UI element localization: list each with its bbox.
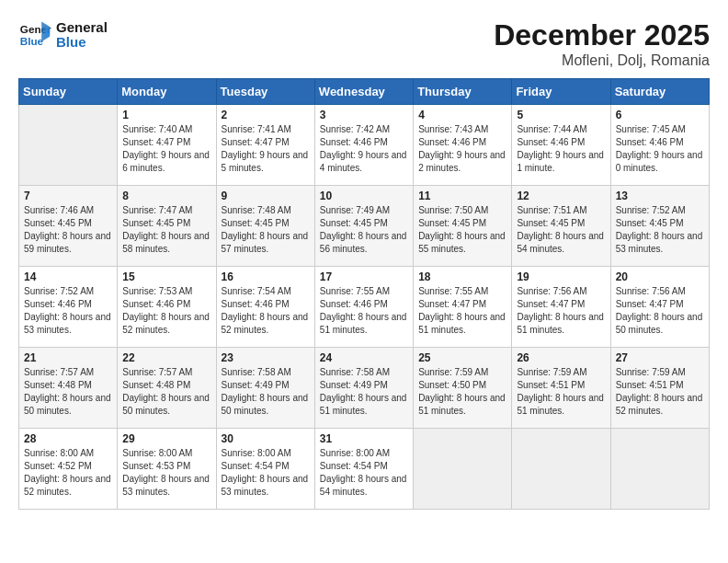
day-info: Sunrise: 7:44 AMSunset: 4:46 PMDaylight:…: [517, 123, 605, 175]
day-number: 17: [320, 270, 408, 283]
day-info: Sunrise: 7:40 AMSunset: 4:47 PMDaylight:…: [122, 123, 210, 175]
day-info: Sunrise: 7:58 AMSunset: 4:49 PMDaylight:…: [320, 366, 408, 418]
logo-line1: General: [56, 20, 108, 36]
day-number: 7: [24, 190, 112, 202]
calendar-cell: 13Sunrise: 7:52 AMSunset: 4:45 PMDayligh…: [610, 186, 709, 267]
calendar-week-row: 14Sunrise: 7:52 AMSunset: 4:46 PMDayligh…: [19, 267, 710, 348]
day-info: Sunrise: 7:57 AMSunset: 4:48 PMDaylight:…: [24, 366, 112, 418]
calendar-cell: 22Sunrise: 7:57 AMSunset: 4:48 PMDayligh…: [118, 348, 216, 429]
calendar-cell: [610, 429, 709, 510]
calendar-cell: 3Sunrise: 7:42 AMSunset: 4:46 PMDaylight…: [314, 105, 413, 186]
day-number: 29: [122, 432, 210, 445]
day-info: Sunrise: 7:50 AMSunset: 4:45 PMDaylight:…: [418, 204, 506, 256]
day-number: 15: [122, 270, 210, 283]
weekday-header: Monday: [118, 79, 216, 105]
calendar-cell: 7Sunrise: 7:46 AMSunset: 4:45 PMDaylight…: [19, 186, 118, 267]
calendar-cell: 25Sunrise: 7:59 AMSunset: 4:50 PMDayligh…: [414, 348, 512, 429]
calendar-cell: 5Sunrise: 7:44 AMSunset: 4:46 PMDaylight…: [512, 105, 610, 186]
day-number: 8: [122, 190, 210, 202]
title-block: December 2025 Mofleni, Dolj, Romania: [494, 18, 710, 69]
day-number: 19: [517, 270, 605, 283]
day-info: Sunrise: 7:48 AMSunset: 4:45 PMDaylight:…: [222, 204, 310, 256]
day-info: Sunrise: 7:52 AMSunset: 4:45 PMDaylight:…: [616, 204, 704, 256]
calendar-cell: 12Sunrise: 7:51 AMSunset: 4:45 PMDayligh…: [512, 186, 610, 267]
day-info: Sunrise: 7:55 AMSunset: 4:46 PMDaylight:…: [320, 285, 408, 337]
calendar-week-row: 28Sunrise: 8:00 AMSunset: 4:52 PMDayligh…: [19, 429, 710, 510]
calendar-cell: 21Sunrise: 7:57 AMSunset: 4:48 PMDayligh…: [19, 348, 118, 429]
month-title: December 2025: [494, 18, 710, 52]
day-info: Sunrise: 8:00 AMSunset: 4:54 PMDaylight:…: [320, 447, 408, 499]
logo: General Blue General Blue: [18, 18, 108, 52]
calendar-cell: 24Sunrise: 7:58 AMSunset: 4:49 PMDayligh…: [314, 348, 413, 429]
calendar-cell: 10Sunrise: 7:49 AMSunset: 4:45 PMDayligh…: [314, 186, 413, 267]
day-info: Sunrise: 7:56 AMSunset: 4:47 PMDaylight:…: [517, 285, 605, 337]
day-info: Sunrise: 7:49 AMSunset: 4:45 PMDaylight:…: [320, 204, 408, 256]
calendar-cell: [512, 429, 610, 510]
day-number: 21: [24, 351, 112, 364]
weekday-header: Saturday: [610, 79, 709, 105]
day-number: 24: [320, 351, 408, 364]
calendar-cell: 27Sunrise: 7:59 AMSunset: 4:51 PMDayligh…: [610, 348, 709, 429]
weekday-header-row: SundayMondayTuesdayWednesdayThursdayFrid…: [19, 79, 710, 105]
day-info: Sunrise: 8:00 AMSunset: 4:52 PMDaylight:…: [24, 447, 112, 499]
calendar-cell: 20Sunrise: 7:56 AMSunset: 4:47 PMDayligh…: [610, 267, 709, 348]
calendar-cell: 15Sunrise: 7:53 AMSunset: 4:46 PMDayligh…: [118, 267, 216, 348]
calendar-cell: 8Sunrise: 7:47 AMSunset: 4:45 PMDaylight…: [118, 186, 216, 267]
day-info: Sunrise: 7:45 AMSunset: 4:46 PMDaylight:…: [616, 123, 704, 175]
day-number: 18: [418, 270, 506, 283]
day-number: 30: [222, 432, 310, 445]
calendar-cell: 14Sunrise: 7:52 AMSunset: 4:46 PMDayligh…: [19, 267, 118, 348]
day-number: 22: [122, 351, 210, 364]
page-header: General Blue General Blue December 2025 …: [18, 18, 710, 69]
day-info: Sunrise: 7:52 AMSunset: 4:46 PMDaylight:…: [24, 285, 112, 337]
calendar-cell: 19Sunrise: 7:56 AMSunset: 4:47 PMDayligh…: [512, 267, 610, 348]
calendar-cell: 16Sunrise: 7:54 AMSunset: 4:46 PMDayligh…: [216, 267, 314, 348]
weekday-header: Thursday: [414, 79, 512, 105]
calendar-week-row: 21Sunrise: 7:57 AMSunset: 4:48 PMDayligh…: [19, 348, 710, 429]
calendar-cell: 30Sunrise: 8:00 AMSunset: 4:54 PMDayligh…: [216, 429, 314, 510]
day-number: 31: [320, 432, 408, 445]
day-info: Sunrise: 7:55 AMSunset: 4:47 PMDaylight:…: [418, 285, 506, 337]
day-info: Sunrise: 7:47 AMSunset: 4:45 PMDaylight:…: [122, 204, 210, 256]
calendar-cell: 23Sunrise: 7:58 AMSunset: 4:49 PMDayligh…: [216, 348, 314, 429]
calendar-cell: 6Sunrise: 7:45 AMSunset: 4:46 PMDaylight…: [610, 105, 709, 186]
day-number: 9: [222, 190, 310, 202]
calendar-cell: [19, 105, 118, 186]
logo-line2: Blue: [56, 35, 108, 51]
location: Mofleni, Dolj, Romania: [494, 52, 710, 69]
calendar-week-row: 7Sunrise: 7:46 AMSunset: 4:45 PMDaylight…: [19, 186, 710, 267]
calendar-cell: 2Sunrise: 7:41 AMSunset: 4:47 PMDaylight…: [216, 105, 314, 186]
calendar-cell: 9Sunrise: 7:48 AMSunset: 4:45 PMDaylight…: [216, 186, 314, 267]
weekday-header: Friday: [512, 79, 610, 105]
day-number: 20: [616, 270, 704, 283]
day-info: Sunrise: 7:43 AMSunset: 4:46 PMDaylight:…: [418, 123, 506, 175]
day-info: Sunrise: 7:59 AMSunset: 4:51 PMDaylight:…: [517, 366, 605, 418]
day-info: Sunrise: 7:57 AMSunset: 4:48 PMDaylight:…: [122, 366, 210, 418]
weekday-header: Sunday: [19, 79, 118, 105]
day-info: Sunrise: 7:53 AMSunset: 4:46 PMDaylight:…: [122, 285, 210, 337]
day-number: 14: [24, 270, 112, 283]
day-info: Sunrise: 8:00 AMSunset: 4:53 PMDaylight:…: [122, 447, 210, 499]
calendar-table: SundayMondayTuesdayWednesdayThursdayFrid…: [18, 78, 710, 510]
calendar-cell: 31Sunrise: 8:00 AMSunset: 4:54 PMDayligh…: [314, 429, 413, 510]
day-info: Sunrise: 7:58 AMSunset: 4:49 PMDaylight:…: [222, 366, 310, 418]
day-number: 27: [616, 351, 704, 364]
day-number: 26: [517, 351, 605, 364]
calendar-cell: [414, 429, 512, 510]
day-number: 25: [418, 351, 506, 364]
calendar-cell: 26Sunrise: 7:59 AMSunset: 4:51 PMDayligh…: [512, 348, 610, 429]
logo-icon: General Blue: [18, 18, 51, 52]
day-number: 5: [517, 109, 605, 121]
day-number: 6: [616, 109, 704, 121]
day-number: 13: [616, 190, 704, 202]
day-number: 1: [122, 109, 210, 121]
logo-text-block: General Blue: [56, 20, 108, 51]
day-number: 16: [222, 270, 310, 283]
weekday-header: Tuesday: [216, 79, 314, 105]
day-number: 2: [222, 109, 310, 121]
weekday-header: Wednesday: [314, 79, 413, 105]
calendar-cell: 4Sunrise: 7:43 AMSunset: 4:46 PMDaylight…: [414, 105, 512, 186]
calendar-cell: 11Sunrise: 7:50 AMSunset: 4:45 PMDayligh…: [414, 186, 512, 267]
calendar-cell: 29Sunrise: 8:00 AMSunset: 4:53 PMDayligh…: [118, 429, 216, 510]
day-number: 3: [320, 109, 408, 121]
